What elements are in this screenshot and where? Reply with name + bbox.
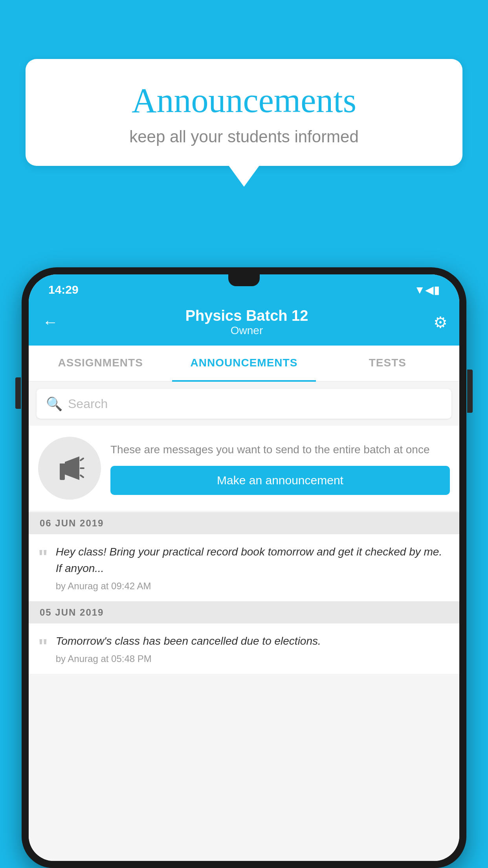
date-divider-2: 05 JUN 2019 xyxy=(29,601,459,623)
svg-line-3 xyxy=(81,458,83,460)
announcement-message-1: Hey class! Bring your practical record b… xyxy=(56,544,450,577)
announcements-subtitle: keep all your students informed xyxy=(49,127,439,146)
promo-right: These are messages you want to send to t… xyxy=(110,441,450,495)
svg-rect-2 xyxy=(60,472,65,480)
announcement-text-1: Hey class! Bring your practical record b… xyxy=(56,544,450,592)
search-bar[interactable]: 🔍 Search xyxy=(37,389,451,419)
content-area: 🔍 Search xyxy=(29,382,459,861)
tab-assignments[interactable]: ASSIGNMENTS xyxy=(29,346,172,381)
promo-icon-circle xyxy=(38,437,101,500)
settings-button[interactable]: ⚙ xyxy=(433,313,448,331)
promo-description: These are messages you want to send to t… xyxy=(110,441,450,458)
app-bar: ← Physics Batch 12 Owner ⚙ xyxy=(29,300,459,346)
status-icons: ▼◀▮ xyxy=(414,283,440,296)
app-bar-subtitle: Owner xyxy=(60,324,433,337)
tab-announcements[interactable]: ANNOUNCEMENTS xyxy=(172,346,316,382)
speech-bubble-section: Announcements keep all your students inf… xyxy=(26,59,462,187)
search-placeholder: Search xyxy=(68,397,108,411)
tab-tests[interactable]: TESTS xyxy=(316,346,459,381)
svg-line-5 xyxy=(81,475,83,477)
date-divider-1: 06 JUN 2019 xyxy=(29,512,459,534)
announcement-meta-2: by Anurag at 05:48 PM xyxy=(56,653,450,664)
status-time: 14:29 xyxy=(48,283,79,296)
search-icon: 🔍 xyxy=(46,396,62,412)
tabs-bar: ASSIGNMENTS ANNOUNCEMENTS TESTS xyxy=(29,346,459,382)
app-bar-title: Physics Batch 12 xyxy=(60,307,433,324)
speech-bubble: Announcements keep all your students inf… xyxy=(26,59,462,166)
phone-notch xyxy=(228,274,260,286)
announcement-promo: These are messages you want to send to t… xyxy=(29,426,459,511)
phone-screen: 14:29 ▼◀▮ ← Physics Batch 12 Owner ⚙ ASS… xyxy=(29,274,459,861)
svg-marker-0 xyxy=(60,463,65,473)
megaphone-icon xyxy=(54,452,85,484)
phone-outer: 14:29 ▼◀▮ ← Physics Batch 12 Owner ⚙ ASS… xyxy=(22,267,466,868)
speech-bubble-tail xyxy=(228,165,260,187)
announcement-meta-1: by Anurag at 09:42 AM xyxy=(56,581,450,592)
quote-icon-1: " xyxy=(38,547,48,567)
announcement-item-1[interactable]: " Hey class! Bring your practical record… xyxy=(29,534,459,601)
app-bar-center: Physics Batch 12 Owner xyxy=(60,307,433,337)
date-2: 05 JUN 2019 xyxy=(40,607,104,618)
phone-wrapper: 14:29 ▼◀▮ ← Physics Batch 12 Owner ⚙ ASS… xyxy=(22,267,466,868)
announcements-title: Announcements xyxy=(49,81,439,120)
wifi-icon: ▼◀▮ xyxy=(414,283,440,296)
quote-icon-2: " xyxy=(38,636,48,657)
announcement-item-2[interactable]: " Tomorrow's class has been cancelled du… xyxy=(29,623,459,674)
date-1: 06 JUN 2019 xyxy=(40,518,104,529)
announcement-message-2: Tomorrow's class has been cancelled due … xyxy=(56,633,450,649)
make-announcement-button[interactable]: Make an announcement xyxy=(110,466,450,495)
announcement-text-2: Tomorrow's class has been cancelled due … xyxy=(56,633,450,664)
back-button[interactable]: ← xyxy=(40,311,60,333)
svg-marker-1 xyxy=(65,456,79,480)
